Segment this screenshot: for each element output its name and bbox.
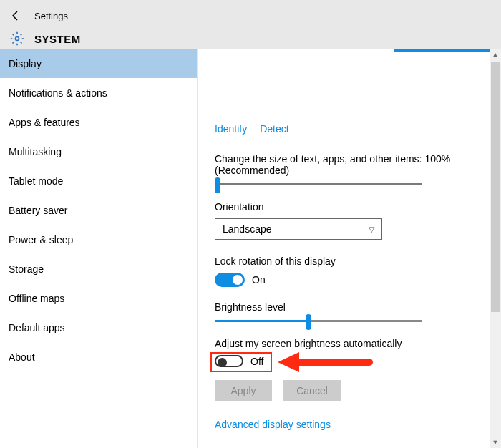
sidebar-item-label: Tablet mode [9, 175, 63, 187]
gear-icon [10, 31, 24, 46]
identify-link[interactable]: Identify [215, 123, 247, 135]
auto-brightness-state: Off [250, 356, 263, 367]
window-title: Settings [34, 11, 68, 21]
scroll-down-icon[interactable]: ▼ [490, 437, 501, 448]
sidebar-item-notifications-actions[interactable]: Notifications & actions [0, 78, 197, 107]
svg-point-0 [16, 37, 19, 41]
back-arrow-icon[interactable] [10, 10, 21, 21]
sidebar-item-apps-features[interactable]: Apps & features [0, 107, 197, 137]
sidebar-item-power-sleep[interactable]: Power & sleep [0, 225, 197, 254]
loading-indicator [394, 49, 501, 52]
sidebar-item-default-apps[interactable]: Default apps [0, 313, 197, 342]
scale-slider-thumb[interactable] [215, 177, 220, 193]
cancel-button[interactable]: Cancel [283, 380, 341, 401]
main-pane: Identify Detect Change the size of text,… [198, 49, 501, 448]
sidebar-item-storage[interactable]: Storage [0, 254, 197, 283]
chevron-down-icon: ▽ [369, 225, 374, 234]
lock-rotation-toggle[interactable] [215, 273, 245, 287]
scroll-up-icon[interactable]: ▲ [490, 49, 501, 60]
sidebar-item-label: Multitasking [9, 146, 62, 157]
sidebar-item-label: Power & sleep [9, 234, 73, 245]
orientation-value: Landscape [223, 223, 272, 235]
advanced-display-link[interactable]: Advanced display settings [215, 419, 501, 430]
header: Settings SYSTEM [0, 0, 501, 49]
annotation-arrow-icon [276, 348, 376, 376]
brightness-label: Brightness level [215, 301, 501, 313]
lock-rotation-state: On [252, 274, 266, 286]
sidebar-item-about[interactable]: About [0, 342, 197, 371]
svg-marker-2 [278, 352, 299, 372]
section-title: SYSTEM [34, 33, 81, 45]
sidebar-item-label: Display [9, 58, 42, 69]
sidebar: DisplayNotifications & actionsApps & fea… [0, 49, 198, 448]
sidebar-item-tablet-mode[interactable]: Tablet mode [0, 166, 197, 195]
orientation-label: Orientation [215, 201, 501, 213]
sidebar-item-label: Storage [9, 263, 44, 275]
sidebar-item-battery-saver[interactable]: Battery saver [0, 195, 197, 225]
scale-slider[interactable] [215, 183, 422, 185]
sidebar-item-label: Notifications & actions [9, 87, 107, 99]
sidebar-item-display[interactable]: Display [0, 49, 197, 78]
lock-rotation-label: Lock rotation of this display [215, 255, 501, 267]
detect-link[interactable]: Detect [260, 123, 288, 135]
apply-button[interactable]: Apply [215, 380, 272, 401]
auto-brightness-toggle[interactable] [215, 355, 243, 367]
scrollbar-thumb[interactable] [491, 62, 500, 312]
orientation-select[interactable]: Landscape ▽ [215, 218, 382, 240]
sidebar-item-label: Apps & features [9, 117, 80, 128]
brightness-slider[interactable] [215, 320, 422, 322]
vertical-scrollbar[interactable]: ▲ ▼ [490, 49, 501, 448]
sidebar-item-multitasking[interactable]: Multitasking [0, 137, 197, 166]
auto-brightness-label: Adjust my screen brightness automaticall… [215, 338, 501, 349]
sidebar-item-label: Offline maps [9, 293, 64, 304]
scale-label: Change the size of text, apps, and other… [215, 153, 501, 176]
sidebar-item-label: Battery saver [9, 205, 67, 216]
sidebar-item-label: Default apps [9, 322, 65, 333]
sidebar-item-label: About [9, 351, 35, 363]
sidebar-item-offline-maps[interactable]: Offline maps [0, 283, 197, 313]
brightness-slider-thumb[interactable] [306, 314, 311, 330]
